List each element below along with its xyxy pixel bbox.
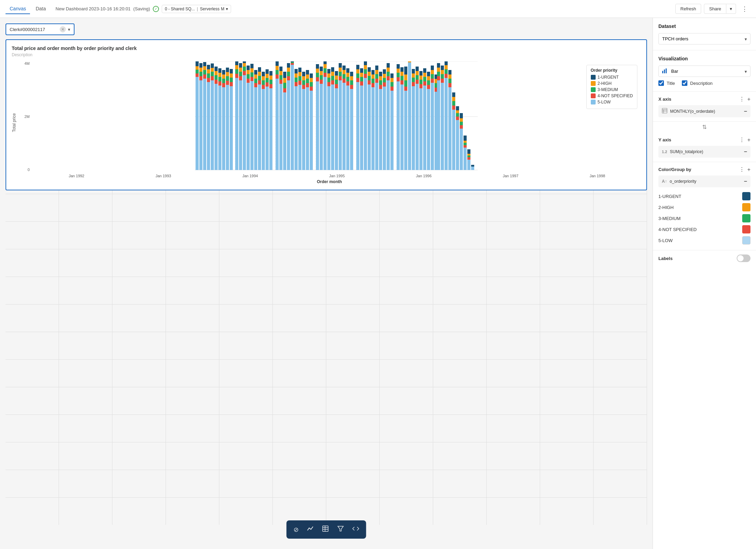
svg-rect-194 [342, 79, 346, 83]
svg-rect-171 [324, 64, 327, 68]
labels-toggle[interactable] [737, 254, 750, 262]
svg-rect-97 [262, 76, 265, 80]
svg-rect-364 [666, 68, 667, 73]
svg-rect-153 [310, 91, 313, 170]
svg-rect-35 [215, 80, 218, 84]
svg-rect-232 [371, 70, 375, 74]
svg-rect-103 [266, 69, 269, 74]
svg-rect-185 [335, 80, 338, 84]
color-swatch-medium[interactable] [742, 214, 750, 222]
y-axis-add-btn[interactable]: + [747, 137, 750, 143]
color-group-field-text: o_orderpriority [670, 179, 741, 184]
color-swatch-not-specified[interactable] [742, 225, 750, 233]
filter-clear-button[interactable]: × [60, 26, 66, 32]
svg-rect-246 [383, 74, 386, 78]
filter-arrow-icon[interactable]: ▾ [68, 27, 70, 32]
x-axis-more-btn[interactable]: ⋮ [739, 96, 745, 102]
description-checkbox[interactable] [682, 80, 687, 86]
svg-rect-243 [383, 87, 386, 170]
svg-rect-302 [431, 74, 434, 79]
svg-rect-123 [283, 72, 286, 78]
svg-rect-169 [324, 73, 327, 77]
svg-rect-312 [437, 72, 440, 76]
svg-rect-324 [445, 61, 448, 65]
svg-rect-164 [320, 80, 323, 84]
svg-rect-211 [356, 69, 359, 73]
svg-rect-117 [279, 71, 282, 75]
svg-rect-295 [427, 89, 430, 170]
funnel-toolbar-btn[interactable] [336, 524, 346, 535]
svg-rect-41 [218, 77, 221, 81]
svg-rect-62 [235, 65, 238, 69]
svg-rect-343 [460, 118, 463, 122]
color-group-more-btn[interactable]: ⋮ [739, 166, 745, 173]
svg-rect-19 [203, 79, 206, 170]
y-axis-remove-btn[interactable]: − [744, 149, 747, 155]
svg-rect-39 [218, 86, 221, 170]
svg-rect-351 [467, 157, 470, 160]
svg-rect-318 [441, 70, 444, 74]
topbar: Canvas Data New Dashboard 2023-10-16 16:… [0, 0, 756, 18]
svg-rect-297 [427, 80, 430, 85]
color-swatch-low[interactable] [742, 236, 750, 244]
swap-axes-btn[interactable]: ⇅ [702, 124, 707, 130]
tab-canvas[interactable]: Canvas [6, 4, 30, 14]
x-axis-remove-btn[interactable]: − [744, 108, 747, 114]
svg-rect-79 [250, 81, 253, 170]
color-group-add-btn[interactable]: + [747, 166, 750, 173]
x-axis-add-btn[interactable]: + [747, 96, 750, 102]
title-checkbox[interactable] [658, 80, 664, 86]
svg-rect-240 [379, 80, 382, 85]
svg-rect-18 [199, 63, 202, 68]
refresh-button[interactable]: Refresh [675, 4, 702, 14]
x-label-1998: Jan 1998 [589, 174, 605, 178]
svg-rect-168 [324, 77, 327, 170]
svg-rect-90 [258, 80, 261, 84]
color-swatch-high[interactable] [742, 203, 750, 211]
filter-tag-value: Clerk#000002117 [10, 27, 58, 32]
svg-rect-203 [350, 89, 353, 170]
svg-rect-87 [254, 74, 257, 79]
legend-label-urgent: 1-URGENT [598, 75, 619, 80]
svg-rect-37 [215, 71, 218, 75]
table-toolbar-btn[interactable] [321, 524, 330, 535]
share-button[interactable]: Share [704, 4, 726, 14]
svg-rect-299 [427, 72, 430, 76]
svg-rect-129 [291, 65, 294, 170]
connection-badge[interactable]: 0 - Shared SQ... | Serverless M ▾ [162, 5, 231, 13]
y-axis-more-btn[interactable]: ⋮ [739, 137, 745, 143]
color-group-remove-btn[interactable]: − [744, 178, 747, 184]
svg-rect-198 [346, 86, 349, 170]
color-swatch-urgent[interactable] [742, 192, 750, 200]
topbar-actions: Refresh Share ▾ ⋮ [675, 4, 750, 14]
dataset-select[interactable]: TPCH orders [658, 33, 750, 44]
x-axis-field: MONTHLY(o_orderdate) − [658, 105, 750, 117]
share-dropdown-button[interactable]: ▾ [726, 4, 736, 14]
svg-rect-106 [269, 80, 272, 84]
svg-rect-119 [283, 92, 286, 170]
x-label-1995: Jan 1995 [329, 174, 345, 178]
svg-rect-355 [471, 167, 474, 170]
svg-rect-28 [207, 65, 210, 69]
svg-rect-190 [339, 72, 342, 76]
filter-tag-clerk[interactable]: Clerk#000002117 × ▾ [6, 23, 74, 35]
svg-rect-179 [331, 80, 334, 84]
svg-rect-110 [276, 74, 279, 79]
filter-toolbar-btn[interactable]: ⊘ [292, 525, 300, 535]
svg-rect-261 [397, 69, 400, 73]
legend-label-low: 5-LOW [598, 100, 611, 104]
code-toolbar-btn[interactable] [351, 524, 361, 535]
svg-rect-301 [431, 79, 434, 83]
svg-rect-279 [412, 69, 415, 73]
line-toolbar-btn[interactable] [306, 524, 315, 535]
svg-rect-362 [662, 71, 663, 73]
viz-type-select[interactable]: Bar [658, 66, 750, 77]
svg-rect-187 [335, 71, 338, 76]
tab-data[interactable]: Data [31, 4, 50, 14]
svg-rect-325 [448, 87, 451, 170]
svg-rect-68 [239, 63, 242, 68]
svg-rect-75 [247, 79, 250, 83]
svg-rect-244 [383, 82, 386, 87]
more-options-button[interactable]: ⋮ [739, 4, 750, 14]
svg-rect-27 [207, 69, 210, 73]
